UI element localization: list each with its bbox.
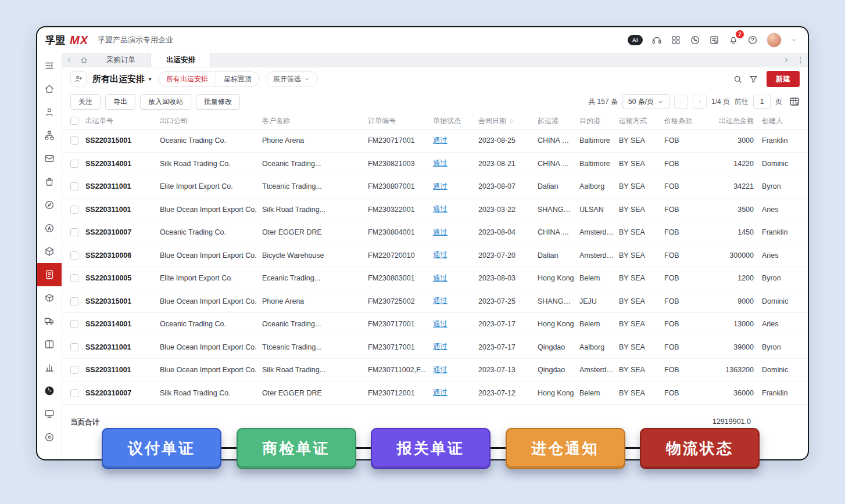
tabs-more-icon[interactable]: [797, 56, 804, 64]
sidebar-item-help-center[interactable]: [37, 426, 62, 449]
cell-status[interactable]: 通过: [433, 136, 478, 146]
profile-chevron-icon[interactable]: [790, 37, 797, 44]
sidebar-item-products[interactable]: [37, 240, 62, 263]
row-checkbox[interactable]: [70, 320, 78, 328]
cell-portLoading: CHINA MA...: [538, 228, 579, 236]
tab-shipping-arrangement[interactable]: 出运安排: [151, 53, 211, 67]
filter-funnel-icon[interactable]: [749, 74, 758, 84]
flow-button-customs-docs[interactable]: 报关单证: [371, 428, 490, 469]
flow-button-inspection-docs[interactable]: 商检单证: [237, 428, 356, 469]
filter-all-pill[interactable]: 所有出运安排: [159, 72, 216, 86]
cell-status[interactable]: 通过: [433, 182, 478, 192]
column-header-customer: 客户名称: [262, 116, 368, 126]
sidebar-item-organization[interactable]: [37, 124, 62, 147]
page-size-select[interactable]: 50 条/页: [622, 94, 669, 109]
sidebar-item-marketing[interactable]: [37, 217, 62, 240]
cell-status[interactable]: 通过: [433, 159, 478, 168]
row-checkbox[interactable]: [70, 251, 78, 260]
row-checkbox[interactable]: [70, 182, 78, 190]
ai-assistant-button[interactable]: AI: [628, 35, 643, 45]
goto-page-input[interactable]: [753, 95, 771, 109]
tasks-icon[interactable]: [709, 35, 719, 45]
cell-portLoading: SHANGHAI: [538, 206, 579, 214]
view-switcher-button[interactable]: [70, 71, 87, 87]
flow-button-negotiation-docs[interactable]: 议付单证: [102, 428, 221, 469]
cell-poNo: FM230717001: [368, 136, 433, 145]
cell-creator: Byron: [762, 274, 800, 282]
sort-icon[interactable]: [508, 118, 514, 124]
row-checkbox[interactable]: [70, 206, 78, 214]
cell-status[interactable]: 通过: [433, 319, 478, 329]
cell-status[interactable]: 通过: [433, 273, 478, 283]
filter-star-pin-pill[interactable]: 星标置顶: [216, 72, 259, 86]
sidebar-item-reports[interactable]: [37, 356, 62, 379]
sidebar-item-whatsapp[interactable]: [37, 379, 62, 402]
cell-transport: BY SEA: [619, 320, 664, 328]
cell-contractDate: 2023-08-03: [478, 274, 538, 282]
nav-home-icon[interactable]: [80, 56, 88, 64]
cell-status[interactable]: 通过: [433, 228, 478, 237]
cell-priceTerm: FOB: [664, 160, 706, 168]
whatsapp-icon[interactable]: [690, 35, 700, 45]
cell-transport: BY SEA: [619, 297, 664, 305]
row-checkbox[interactable]: [70, 297, 78, 305]
cell-status[interactable]: 通过: [433, 296, 478, 306]
row-checkbox[interactable]: [70, 228, 78, 236]
tabs-scroll-right-icon[interactable]: [782, 56, 790, 64]
cell-exporter: Silk Road Trading Co.: [160, 160, 262, 168]
avatar[interactable]: [767, 33, 782, 48]
row-checkbox[interactable]: [70, 389, 78, 397]
sidebar-item-mail[interactable]: [37, 147, 62, 170]
apps-grid-icon[interactable]: [671, 35, 681, 45]
expand-filters-pill[interactable]: 展开筛选: [266, 71, 318, 87]
cell-status[interactable]: 通过: [433, 365, 478, 375]
batch-edit-button[interactable]: 批量修改: [196, 94, 240, 110]
cell-status[interactable]: 通过: [433, 204, 478, 214]
search-icon[interactable]: [733, 74, 743, 84]
sidebar-item-orders[interactable]: [37, 170, 62, 193]
cell-status[interactable]: 通过: [433, 342, 478, 352]
column-header-contractDate[interactable]: 合同日期: [478, 116, 538, 126]
sidebar-item-finance[interactable]: [37, 333, 62, 356]
export-button[interactable]: 导出: [105, 94, 135, 110]
sidebar-item-contacts[interactable]: [37, 100, 62, 124]
flow-button-logistics-status[interactable]: 物流状态: [640, 428, 760, 469]
notifications-button[interactable]: 7: [728, 35, 739, 45]
view-selector[interactable]: 所有出运安排 ▼: [92, 74, 152, 85]
cell-status[interactable]: 通过: [433, 250, 478, 260]
row-checkbox[interactable]: [70, 366, 78, 374]
cell-poNo: FM230803001: [368, 274, 433, 282]
cell-orderNo: SS220315001: [85, 297, 160, 305]
sidebar-item-home[interactable]: [37, 77, 62, 100]
cell-contractDate: 2023-07-25: [478, 297, 538, 305]
cell-poNo: FM230725002: [368, 297, 433, 305]
row-checkbox[interactable]: [70, 343, 78, 351]
sidebar-item-collapse-menu[interactable]: [37, 54, 62, 77]
tab-bar: 采购订单出运安排: [62, 53, 808, 67]
recycle-bin-button[interactable]: 放入回收站: [140, 94, 191, 110]
sidebar-item-discover[interactable]: [37, 193, 62, 217]
support-headset-icon[interactable]: [651, 35, 662, 45]
sidebar-item-shipping-docs[interactable]: [37, 263, 62, 286]
select-all-checkbox[interactable]: [70, 117, 78, 125]
next-page-button[interactable]: [693, 95, 707, 109]
column-settings-icon[interactable]: [789, 96, 800, 107]
prev-page-button[interactable]: [674, 95, 688, 109]
column-header-priceTerm: 价格条款: [664, 116, 706, 126]
help-icon[interactable]: [747, 35, 758, 45]
row-checkbox[interactable]: [70, 274, 78, 282]
cell-transport: BY SEA: [619, 389, 664, 397]
sidebar-item-devices[interactable]: [37, 402, 62, 426]
cell-creator: Byron: [762, 182, 800, 190]
sidebar-item-logistics[interactable]: [37, 309, 62, 333]
cell-status[interactable]: 通过: [433, 388, 478, 398]
follow-button[interactable]: 关注: [70, 94, 101, 110]
new-button[interactable]: 新建: [767, 71, 800, 87]
row-checkbox[interactable]: [70, 136, 78, 145]
page-indicator: 1/4 页: [711, 97, 730, 107]
sidebar-item-warehouse[interactable]: [37, 286, 62, 309]
nav-back-icon[interactable]: [66, 56, 73, 64]
row-checkbox[interactable]: [70, 160, 78, 168]
tab-purchase-orders[interactable]: 采购订单: [91, 53, 151, 67]
flow-button-warehouse-notice[interactable]: 进仓通知: [506, 428, 625, 469]
